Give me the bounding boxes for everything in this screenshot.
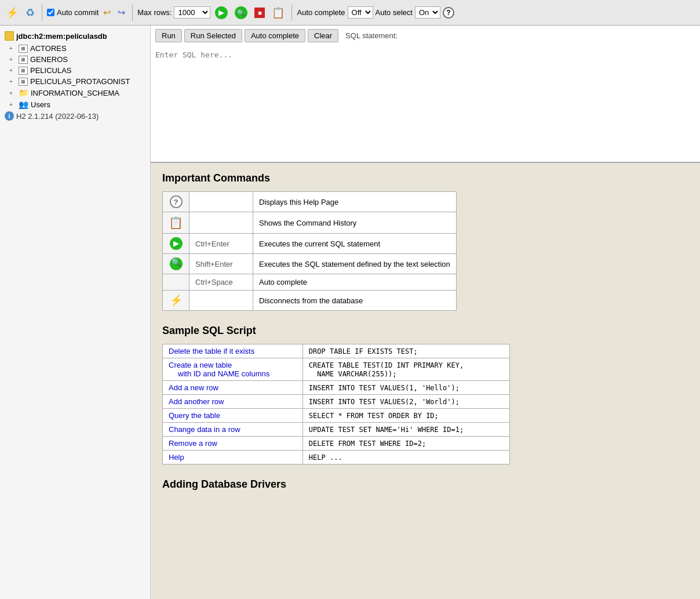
sidebar-version: i H2 2.1.214 (2022-06-13)	[0, 110, 150, 122]
sample-link-query[interactable]: Query the table	[169, 411, 220, 420]
cmd-key-run-selected: Shift+Enter	[189, 254, 253, 274]
cmd-icon-run-selected: 🔍	[163, 254, 189, 274]
sample-link-cell-create[interactable]: Create a new table with ID and NAME colu…	[163, 358, 303, 381]
sidebar-item-information-schema[interactable]: + 📁 INFORMATION_SCHEMA	[0, 87, 150, 99]
sidebar-item-generos[interactable]: + ▦ GENEROS	[0, 54, 150, 65]
sample-link-cell-add-another[interactable]: Add another row	[163, 395, 303, 409]
info-icon: i	[5, 111, 14, 121]
sidebar-label-peliculas: PELICULAS	[30, 66, 72, 75]
run-selected-toolbar-button[interactable]: 🔍	[232, 5, 250, 20]
help-icon: ?	[170, 195, 183, 208]
auto-select-select[interactable]: On Off	[415, 6, 440, 19]
users-icon: 👥	[19, 100, 28, 109]
sample-link-delete[interactable]: Delete the table if it exists	[169, 347, 254, 355]
sample-row-change: Change data in a row UPDATE TEST SET NAM…	[163, 423, 510, 437]
run-toolbar-button[interactable]: ▶	[213, 5, 230, 20]
history-button[interactable]: 📋	[269, 5, 287, 20]
sample-code-cell-change: UPDATE TEST SET NAME='Hi' WHERE ID=1;	[302, 423, 509, 437]
run-cmd-icon: ▶	[170, 237, 183, 250]
redo-button[interactable]: ↪	[115, 6, 127, 19]
sample-link-change[interactable]: Change data in a row	[169, 425, 240, 434]
max-rows-label: Max rows:	[137, 8, 172, 17]
auto-complete-select[interactable]: Off On	[348, 6, 373, 19]
sample-row-help: Help HELP ...	[163, 451, 510, 464]
cmd-desc-autocomplete: Auto complete	[253, 274, 457, 291]
db-connection[interactable]: jdbc:h2:mem:peliculasdb	[0, 29, 150, 43]
cmd-desc-run: Executes the current SQL statement	[253, 234, 457, 254]
separator-3	[291, 5, 292, 21]
auto-select-toolbar-label: Auto select	[375, 8, 413, 17]
table-icon-peliculas: ▦	[19, 67, 28, 75]
command-row-autocomplete: Ctrl+Space Auto complete	[163, 274, 457, 291]
sidebar-label-information-schema: INFORMATION_SCHEMA	[31, 89, 119, 97]
sidebar-item-actores[interactable]: + ▦ ACTORES	[0, 43, 150, 54]
sample-link-cell-add-new[interactable]: Add a new row	[163, 381, 303, 395]
expand-icon-peliculas: +	[9, 67, 16, 74]
auto-complete-toolbar-label: Auto complete	[297, 8, 345, 17]
sample-link-add-another[interactable]: Add another row	[169, 397, 224, 406]
refresh-icon: ♻	[25, 6, 35, 19]
sidebar-item-users[interactable]: + 👥 Users	[0, 99, 150, 110]
sidebar-label-users: Users	[31, 100, 50, 109]
expand-icon-generos: +	[9, 56, 16, 63]
undo-button[interactable]: ↩	[101, 6, 113, 19]
undo-icon: ↩	[103, 7, 111, 18]
separator-2	[132, 5, 133, 21]
sql-stmt-label: SQL statement:	[345, 31, 398, 40]
expand-icon-information-schema: +	[9, 90, 16, 96]
sample-code-change: UPDATE TEST SET NAME='Hi' WHERE ID=1;	[309, 426, 464, 434]
cmd-key-run: Ctrl+Enter	[189, 234, 253, 254]
sidebar: jdbc:h2:mem:peliculasdb + ▦ ACTORES + ▦ …	[0, 26, 151, 599]
sql-editor-area: Run Run Selected Auto complete Clear SQL…	[151, 26, 700, 163]
run-button[interactable]: Run	[155, 29, 182, 42]
db-name: jdbc:h2:mem:peliculasdb	[16, 32, 107, 41]
run-toolbar-icon: ▶	[215, 6, 228, 19]
sample-link-cell-delete[interactable]: Delete the table if it exists	[163, 344, 303, 358]
expand-icon-users: +	[9, 101, 16, 108]
max-rows-select[interactable]: 1000 100 10000	[174, 6, 210, 19]
cmd-icon-disconnect: ⚡	[163, 291, 189, 311]
folder-icon-information-schema: 📁	[19, 88, 28, 97]
run-selected-cmd-icon: 🔍	[170, 257, 183, 270]
sample-link-cell-query[interactable]: Query the table	[163, 409, 303, 423]
sample-link-create[interactable]: Create a new table with ID and NAME colu…	[169, 361, 269, 378]
cmd-key-help	[189, 192, 253, 212]
disconnect-button[interactable]: ⚡	[3, 5, 21, 20]
clear-button[interactable]: Clear	[308, 29, 338, 42]
sidebar-item-peliculas[interactable]: + ▦ PELICULAS	[0, 65, 150, 76]
sample-link-help[interactable]: Help	[169, 453, 184, 462]
sample-sql-title: Sample SQL Script	[162, 325, 688, 337]
sample-link-cell-help[interactable]: Help	[163, 451, 303, 464]
cmd-icon-autocomplete	[163, 274, 189, 291]
disconnect-cmd-icon: ⚡	[170, 295, 183, 306]
sql-editor-input[interactable]	[151, 46, 700, 162]
separator-1	[42, 5, 42, 21]
command-row-disconnect: ⚡ Disconnects from the database	[163, 291, 457, 311]
auto-commit-checkbox[interactable]	[47, 9, 54, 16]
sample-code-cell-query: SELECT * FROM TEST ORDER BY ID;	[302, 409, 509, 423]
stop-button[interactable]: ■	[252, 6, 267, 19]
cmd-icon-help: ?	[163, 192, 189, 212]
sidebar-label-generos: GENEROS	[30, 55, 68, 64]
sample-link-cell-remove[interactable]: Remove a row	[163, 437, 303, 451]
sample-code-cell-add-another: INSERT INTO TEST VALUES(2, 'World');	[302, 395, 509, 409]
help-toolbar-button[interactable]: ?	[443, 7, 454, 19]
content-area: Run Run Selected Auto complete Clear SQL…	[151, 26, 700, 599]
sample-code-add-another: INSERT INTO TEST VALUES(2, 'World');	[309, 398, 460, 406]
command-row-help: ? Displays this Help Page	[163, 192, 457, 212]
cmd-desc-run-selected: Executes the SQL statement defined by th…	[253, 254, 457, 274]
sidebar-item-peliculas-protagonist[interactable]: + ▦ PELICULAS_PROTAGONIST	[0, 76, 150, 87]
sample-code-cell-help: HELP ...	[302, 451, 509, 464]
sample-link-add-new[interactable]: Add a new row	[169, 383, 218, 392]
sample-link-remove[interactable]: Remove a row	[169, 439, 217, 448]
sample-row-query: Query the table SELECT * FROM TEST ORDER…	[163, 409, 510, 423]
auto-commit-label[interactable]: Auto commit	[47, 8, 99, 17]
sample-row-remove: Remove a row DELETE FROM TEST WHERE ID=2…	[163, 437, 510, 451]
refresh-button[interactable]: ♻	[23, 5, 37, 20]
sample-link-cell-change[interactable]: Change data in a row	[163, 423, 303, 437]
run-selected-button[interactable]: Run Selected	[184, 29, 242, 42]
table-icon-peliculas-protagonist: ▦	[19, 78, 28, 86]
cmd-desc-history: Shows the Command History	[253, 212, 457, 234]
cmd-icon-history: 📋	[163, 212, 189, 234]
auto-complete-button[interactable]: Auto complete	[245, 29, 305, 42]
